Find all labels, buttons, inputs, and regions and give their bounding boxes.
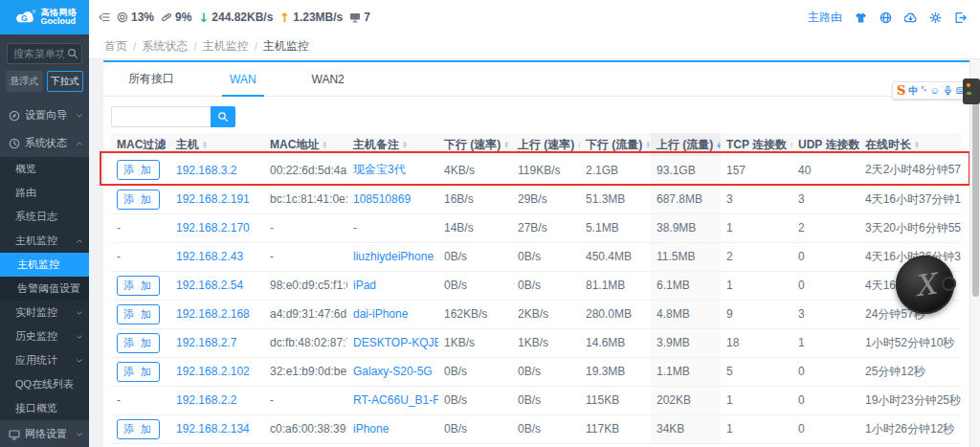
host-ip-link[interactable]: 192.168.2.7 <box>176 336 236 349</box>
download-value: 244.82KB/s <box>212 11 273 24</box>
column-header[interactable]: 在线时长▲▼ <box>859 133 961 156</box>
column-header[interactable]: TCP 连接数▲▼ <box>721 133 792 156</box>
brand-logo[interactable]: G 高恪网络 Gocloud <box>0 0 89 34</box>
host-note-link[interactable]: liuzhiydeiPhone <box>353 250 434 263</box>
column-header[interactable]: 上行 (速率)▲▼ <box>512 133 580 156</box>
column-label: 下行 (速率) <box>444 138 501 151</box>
sidebar-item-routing[interactable]: 路由 <box>0 181 89 205</box>
cell-value: a4:d9:31:47:6d:82 <box>270 307 347 321</box>
gear-icon[interactable] <box>929 11 942 24</box>
collapse-menu-icon[interactable] <box>99 11 110 23</box>
logout-icon[interactable] <box>954 11 967 24</box>
tab-all-interfaces[interactable]: 所有接口 <box>121 62 182 96</box>
sidebar-item-network-settings[interactable]: 网络设置 <box>0 420 89 447</box>
ime-microphone-icon[interactable] <box>943 85 953 96</box>
ime-punctuation-icon[interactable]: ’· <box>921 86 926 96</box>
host-note-link[interactable]: DESKTOP-KQJEBM5 <box>353 336 438 349</box>
add-mac-filter-button[interactable]: 添 加 <box>117 419 160 439</box>
cell-value: - <box>270 221 274 235</box>
sidebar-item-overview[interactable]: 概览 <box>0 157 89 181</box>
host-note-link[interactable]: RT-AC66U_B1-FAF8 <box>353 393 438 407</box>
cell-value: 4.8MB <box>657 307 690 321</box>
cell-value: 9 <box>726 307 733 321</box>
sidebar-item-system-status[interactable]: 系统状态 <box>0 129 89 157</box>
breadcrumb-item[interactable]: 主机监控 <box>263 38 309 55</box>
column-header[interactable]: UDP 连接数▲▼ <box>792 133 859 156</box>
cell-value: 119KB/s <box>518 164 560 177</box>
add-mac-filter-button[interactable]: 添 加 <box>117 190 160 210</box>
breadcrumb-item[interactable]: 首页 <box>104 38 127 55</box>
add-mac-filter-button[interactable]: 添 加 <box>117 333 160 353</box>
host-note-link[interactable]: 现金宝3代 <box>353 163 406 176</box>
column-label: MAC地址 <box>270 138 319 151</box>
host-ip-link[interactable]: 192.168.2.102 <box>176 365 250 378</box>
tab-wan2[interactable]: WAN2 <box>304 62 352 96</box>
column-label: MAC过滤 <box>117 138 166 151</box>
host-ip-link[interactable]: 192.168.2.43 <box>176 250 243 263</box>
skin-icon[interactable] <box>855 11 867 24</box>
host-ip-link[interactable]: 192.168.2.170 <box>176 221 250 235</box>
ime-chinese-mode-icon[interactable]: 中 <box>908 86 918 96</box>
cell-value: 81.1MB <box>586 279 625 292</box>
cell-value: 1 <box>726 279 733 292</box>
sidebar-item-host-monitoring-group[interactable]: 主机监控 <box>0 229 89 253</box>
cell-value: 27B/s <box>518 221 547 235</box>
sidebar-mode-floating-button[interactable]: 悬浮式 <box>6 71 43 92</box>
sidebar-item-host-monitoring[interactable]: 主机监控 <box>0 253 89 277</box>
host-note-link[interactable]: dai-iPhone <box>353 307 408 321</box>
scrollbar-thumb[interactable] <box>972 96 979 297</box>
host-ip-link[interactable]: 192.168.2.54 <box>176 279 243 292</box>
host-ip-link[interactable]: 192.168.2.168 <box>176 307 250 321</box>
floating-assistant-knob[interactable] <box>942 277 956 291</box>
cell-value: 3天20小时6分钟55秒 <box>865 221 961 235</box>
sidebar-item-setup-wizard[interactable]: 设置向导 <box>0 101 89 129</box>
tab-wan[interactable]: WAN <box>222 62 264 96</box>
cell-value: 00:22:6d:5d:4a:6f <box>270 164 347 177</box>
sidebar-item-app-statistics[interactable]: 应用统计 <box>0 348 89 372</box>
cell-value: 2天2小时48分钟57秒 <box>865 163 961 176</box>
sidebar-item-system-log[interactable]: 系统日志 <box>0 205 89 229</box>
sidebar-mode-dropdown-button[interactable]: 下拉式 <box>47 71 84 92</box>
sidebar-item-qq-online-list[interactable]: QQ在线列表 <box>0 372 89 396</box>
ime-side-panel[interactable] <box>963 78 980 104</box>
ime-sogou-logo-icon[interactable]: S <box>897 84 905 97</box>
scrollbar-track[interactable] <box>969 59 980 447</box>
cell-value: 19.3MB <box>586 365 625 378</box>
cloud-download-icon[interactable] <box>904 11 917 24</box>
column-label: 上行 (流量) <box>657 138 713 151</box>
host-note-link[interactable]: iPad <box>353 279 376 292</box>
host-ip-link[interactable]: 192.168.2.2 <box>176 393 236 407</box>
column-header[interactable]: 主机▲▼ <box>170 133 264 156</box>
sidebar-item-interface-overview[interactable]: 接口概览 <box>0 396 89 420</box>
sidebar-item-realtime-monitoring[interactable]: 实时监控 <box>0 301 89 324</box>
add-mac-filter-button[interactable]: 添 加 <box>117 304 160 324</box>
add-mac-filter-button[interactable]: 添 加 <box>117 160 160 180</box>
sidebar-item-alarm-threshold[interactable]: 告警阈值设置 <box>0 277 89 301</box>
column-header[interactable]: MAC过滤▲▼ <box>111 133 170 156</box>
breadcrumb: 首页/系统状态/主机监控/主机监控 <box>89 34 980 59</box>
host-ip-link[interactable]: 192.168.2.134 <box>176 422 250 436</box>
breadcrumb-item[interactable]: 系统状态 <box>142 38 188 55</box>
column-header[interactable]: MAC地址▲▼ <box>264 133 347 156</box>
host-note-link[interactable]: iPhone <box>353 422 389 436</box>
column-header[interactable]: 上行 (流量)▲▼ <box>651 133 721 156</box>
router-mode-label[interactable]: 主路由 <box>808 10 842 26</box>
breadcrumb-item[interactable]: 主机监控 <box>203 38 249 55</box>
sidebar-item-history-monitoring[interactable]: 历史监控 <box>0 324 89 348</box>
column-header[interactable]: 下行 (速率)▲▼ <box>438 133 512 156</box>
sidebar-item-label: 应用统计 <box>15 353 71 368</box>
host-note-link[interactable]: 108510869 <box>353 192 411 206</box>
add-mac-filter-button[interactable]: 添 加 <box>117 276 160 296</box>
host-note-link[interactable]: Galaxy-S20-5G <box>353 365 433 378</box>
search-icon <box>217 111 229 123</box>
cell-value: 0 <box>798 365 805 378</box>
column-header[interactable]: 下行 (流量)▲▼ <box>580 133 651 156</box>
table-search-input[interactable] <box>111 106 211 127</box>
host-ip-link[interactable]: 192.168.2.191 <box>176 192 250 206</box>
table-search-button[interactable] <box>211 106 235 127</box>
column-header[interactable]: 主机备注▲▼ <box>347 133 438 156</box>
ime-emoji-icon[interactable]: ☺ <box>930 86 940 96</box>
globe-icon[interactable] <box>880 11 892 24</box>
add-mac-filter-button[interactable]: 添 加 <box>117 362 160 382</box>
host-ip-link[interactable]: 192.168.3.2 <box>176 164 236 177</box>
